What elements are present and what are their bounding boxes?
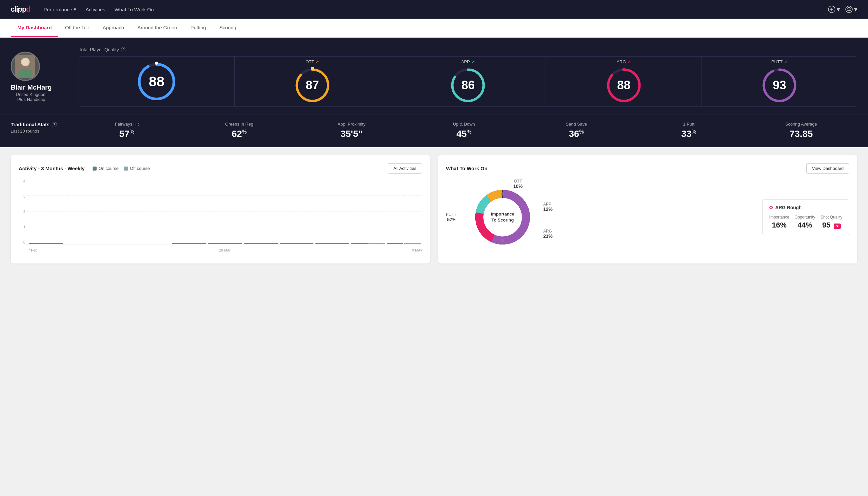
top-nav: clippd Performance ▾ Activities What To … xyxy=(0,0,868,19)
svg-point-8 xyxy=(22,58,29,66)
nav-right: ▾ ▾ xyxy=(828,5,857,13)
arg-label-donut: ARG 21% xyxy=(543,229,553,239)
info-opportunity: Opportunity 44% xyxy=(795,215,815,230)
quality-section: Total Player Quality ? 88 xyxy=(79,47,857,107)
nav-performance[interactable]: Performance ▾ xyxy=(44,6,76,12)
quality-app-value: 86 xyxy=(461,78,475,92)
user-menu[interactable]: ▾ xyxy=(845,5,857,13)
app-label-donut: APP 12% xyxy=(543,202,553,212)
hero-section: Blair McHarg United Kingdom Plus Handica… xyxy=(0,37,868,114)
nav-what-to-work-on[interactable]: What To Work On xyxy=(114,7,154,12)
info-card: ARG Rough Importance 16% Opportunity 44%… xyxy=(762,199,849,235)
add-button[interactable]: ▾ xyxy=(828,5,840,13)
tab-around-the-green[interactable]: Around the Green xyxy=(130,19,184,37)
bar-group xyxy=(208,243,242,244)
stat-sand-save: Sand Save 36% xyxy=(520,122,632,139)
info-importance: Importance 16% xyxy=(769,215,789,230)
bar-on-course xyxy=(315,243,349,244)
nav-links: Performance ▾ Activities What To Work On xyxy=(44,6,154,12)
bar-group xyxy=(280,243,313,244)
bar-on-course xyxy=(280,243,313,244)
stat-up-and-down: Up & Down 45% xyxy=(408,122,520,139)
quality-ott-value: 87 xyxy=(306,78,319,92)
tab-my-dashboard[interactable]: My Dashboard xyxy=(11,19,58,37)
bar-group xyxy=(244,243,278,244)
all-activities-button[interactable]: All Activities xyxy=(388,163,422,173)
player-name: Blair McHarg xyxy=(11,83,52,91)
bar-group xyxy=(315,243,349,244)
activity-panel-title: Activity - 3 Months - Weekly xyxy=(19,166,84,171)
bar-group xyxy=(351,243,385,244)
bar-on-course xyxy=(29,243,63,244)
stat-greens-in-reg: Greens In Reg 62% xyxy=(183,122,295,139)
bar-on-course xyxy=(244,243,278,244)
arg-label: ARG ↗ xyxy=(617,59,631,64)
quality-label: Total Player Quality ? xyxy=(79,47,857,52)
donut-section: PUTT 57% OTT 10% APP 12% ARG 21% xyxy=(446,179,849,255)
bar-on-course xyxy=(351,243,368,244)
svg-point-4 xyxy=(848,7,850,10)
divider xyxy=(65,47,65,107)
nav-activities[interactable]: Activities xyxy=(85,7,105,12)
donut-center: Importance To Scoring xyxy=(491,211,514,223)
bar-on-course xyxy=(172,243,206,244)
svg-point-27 xyxy=(501,192,504,196)
off-course-dot xyxy=(124,167,128,171)
legend-off-course: Off course xyxy=(124,166,150,171)
traditional-stats: Traditional Stats ? Last 20 rounds Fairw… xyxy=(0,114,868,147)
stats-label: Traditional Stats ? Last 20 rounds xyxy=(11,122,70,134)
bar-on-course xyxy=(387,243,404,244)
info-metrics: Importance 16% Opportunity 44% Shot Qual… xyxy=(769,215,842,230)
bar-group xyxy=(29,243,63,244)
svg-point-28 xyxy=(501,239,504,242)
quality-putt: PUTT ↗ 93 xyxy=(702,57,857,106)
bar-group xyxy=(387,243,421,244)
tab-putting[interactable]: Putting xyxy=(184,19,213,37)
tab-bar: My Dashboard Off the Tee Approach Around… xyxy=(0,19,868,37)
player-handicap: Plus Handicap xyxy=(11,97,52,102)
badge-down: ▼ xyxy=(834,223,841,229)
app-label: APP ↗ xyxy=(461,59,475,64)
svg-point-19 xyxy=(622,68,626,71)
what-to-work-on-title: What To Work On xyxy=(446,166,487,171)
chart-legend: On course Off course xyxy=(93,166,150,171)
bar-chart: 4 3 2 1 0 7 Feb 28 Mar 9 Ma xyxy=(19,179,422,252)
quality-ott: OTT ↗ 87 xyxy=(235,57,390,106)
bar-on-course xyxy=(208,243,242,244)
quality-putt-value: 93 xyxy=(773,78,786,92)
info-dot xyxy=(769,206,773,209)
bar-off-course xyxy=(404,243,421,244)
help-icon[interactable]: ? xyxy=(121,47,126,52)
quality-total-value: 88 xyxy=(149,74,164,90)
what-to-work-on-panel: What To Work On View Dashboard PUTT 57% … xyxy=(438,155,857,263)
player-info: Blair McHarg United Kingdom Plus Handica… xyxy=(11,52,52,102)
stat-fairways-hit: Fairways Hit 57% xyxy=(70,122,183,139)
info-shot-quality: Shot Quality 95 ▼ xyxy=(821,215,842,230)
quality-total: 88 xyxy=(79,57,235,106)
legend-on-course: On course xyxy=(93,166,119,171)
quality-arg: ARG ↗ 88 xyxy=(546,57,702,106)
on-course-dot xyxy=(93,167,97,171)
stat-scoring-average: Scoring Average 73.85 xyxy=(745,122,857,139)
bar-off-course xyxy=(368,243,385,244)
bottom-panels: Activity - 3 Months - Weekly On course O… xyxy=(0,147,868,272)
player-country: United Kingdom xyxy=(11,92,52,97)
bar-group xyxy=(172,243,206,244)
activity-panel: Activity - 3 Months - Weekly On course O… xyxy=(11,155,430,263)
ott-label: OTT ↗ xyxy=(305,59,319,64)
view-dashboard-button[interactable]: View Dashboard xyxy=(806,163,849,173)
stats-help-icon[interactable]: ? xyxy=(52,122,57,127)
quality-arg-value: 88 xyxy=(617,78,631,92)
putt-label: PUTT ↗ xyxy=(771,59,788,64)
tab-scoring[interactable]: Scoring xyxy=(212,19,243,37)
bars-container xyxy=(28,179,422,244)
avatar xyxy=(11,52,40,81)
quality-app: APP ↗ 86 xyxy=(390,57,546,106)
logo: clippd xyxy=(11,5,30,14)
tab-approach[interactable]: Approach xyxy=(96,19,130,37)
putt-label-donut: PUTT 57% xyxy=(446,212,456,222)
ott-label-donut: OTT 10% xyxy=(513,179,523,189)
stat-1-putt: 1 Putt 33% xyxy=(632,122,745,139)
tab-off-the-tee[interactable]: Off the Tee xyxy=(58,19,96,37)
stat-app-proximity: App. Proximity 35'5" xyxy=(296,122,408,139)
